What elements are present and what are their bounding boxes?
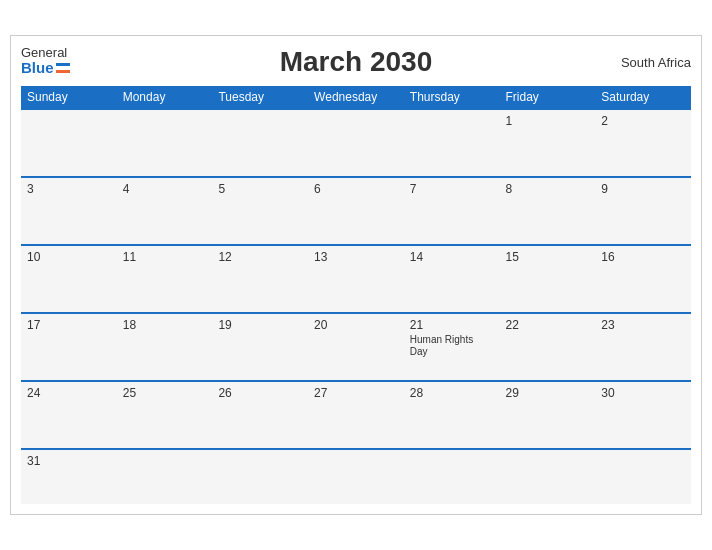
day-number: 28 [410, 386, 494, 400]
calendar-cell: 10 [21, 245, 117, 313]
day-number: 2 [601, 114, 685, 128]
day-number: 6 [314, 182, 398, 196]
calendar-cell: 3 [21, 177, 117, 245]
day-number: 17 [27, 318, 111, 332]
event-label: Human Rights Day [410, 334, 494, 358]
day-number: 13 [314, 250, 398, 264]
calendar-cell: 1 [500, 109, 596, 177]
calendar-cell: 6 [308, 177, 404, 245]
day-number: 25 [123, 386, 207, 400]
day-number: 7 [410, 182, 494, 196]
day-number: 11 [123, 250, 207, 264]
day-number: 15 [506, 250, 590, 264]
calendar-cell: 16 [595, 245, 691, 313]
day-number: 1 [506, 114, 590, 128]
day-number: 30 [601, 386, 685, 400]
calendar-cell [404, 109, 500, 177]
calendar-table: SundayMondayTuesdayWednesdayThursdayFrid… [21, 86, 691, 504]
calendar-cell [308, 449, 404, 504]
day-number: 12 [218, 250, 302, 264]
day-number: 16 [601, 250, 685, 264]
day-header-tuesday: Tuesday [212, 86, 308, 109]
calendar-cell: 4 [117, 177, 213, 245]
day-number: 27 [314, 386, 398, 400]
day-number: 4 [123, 182, 207, 196]
calendar-title: March 2030 [280, 46, 433, 78]
calendar-cell [117, 449, 213, 504]
logo-general-text: General [21, 46, 70, 60]
day-number: 3 [27, 182, 111, 196]
day-header-saturday: Saturday [595, 86, 691, 109]
calendar-week-row: 10111213141516 [21, 245, 691, 313]
calendar-cell: 19 [212, 313, 308, 381]
calendar-cell: 2 [595, 109, 691, 177]
calendar-cell: 8 [500, 177, 596, 245]
calendar-cell: 20 [308, 313, 404, 381]
calendar-cell: 14 [404, 245, 500, 313]
calendar-cell: 31 [21, 449, 117, 504]
day-number: 14 [410, 250, 494, 264]
logo-flag-icon [56, 63, 70, 73]
country-label: South Africa [621, 55, 691, 70]
day-number: 24 [27, 386, 111, 400]
calendar-cell: 11 [117, 245, 213, 313]
day-number: 21 [410, 318, 494, 332]
logo: General Blue [21, 46, 70, 77]
calendar-week-row: 1718192021Human Rights Day2223 [21, 313, 691, 381]
calendar-week-row: 12 [21, 109, 691, 177]
calendar-header: General Blue March 2030 South Africa [21, 46, 691, 78]
calendar-cell: 18 [117, 313, 213, 381]
day-number: 31 [27, 454, 111, 468]
calendar-cell [404, 449, 500, 504]
calendar-cell: 7 [404, 177, 500, 245]
calendar-cell [595, 449, 691, 504]
day-number: 8 [506, 182, 590, 196]
day-number: 20 [314, 318, 398, 332]
calendar-cell: 9 [595, 177, 691, 245]
calendar-cell: 30 [595, 381, 691, 449]
calendar-header-row: SundayMondayTuesdayWednesdayThursdayFrid… [21, 86, 691, 109]
calendar-container: General Blue March 2030 South Africa Sun… [10, 35, 702, 515]
day-header-sunday: Sunday [21, 86, 117, 109]
calendar-cell: 23 [595, 313, 691, 381]
calendar-cell: 26 [212, 381, 308, 449]
calendar-cell: 28 [404, 381, 500, 449]
day-number: 10 [27, 250, 111, 264]
day-number: 9 [601, 182, 685, 196]
calendar-week-row: 31 [21, 449, 691, 504]
calendar-cell: 29 [500, 381, 596, 449]
calendar-week-row: 24252627282930 [21, 381, 691, 449]
calendar-cell: 12 [212, 245, 308, 313]
calendar-cell: 21Human Rights Day [404, 313, 500, 381]
logo-blue-row: Blue [21, 60, 70, 77]
calendar-cell: 22 [500, 313, 596, 381]
day-number: 22 [506, 318, 590, 332]
calendar-cell: 13 [308, 245, 404, 313]
calendar-cell: 24 [21, 381, 117, 449]
day-number: 19 [218, 318, 302, 332]
day-header-thursday: Thursday [404, 86, 500, 109]
calendar-week-row: 3456789 [21, 177, 691, 245]
day-number: 26 [218, 386, 302, 400]
day-number: 23 [601, 318, 685, 332]
day-header-wednesday: Wednesday [308, 86, 404, 109]
calendar-cell [21, 109, 117, 177]
logo-blue-text: Blue [21, 60, 54, 77]
calendar-cell: 27 [308, 381, 404, 449]
calendar-cell: 25 [117, 381, 213, 449]
calendar-cell: 17 [21, 313, 117, 381]
calendar-cell: 15 [500, 245, 596, 313]
calendar-cell [308, 109, 404, 177]
calendar-cell [117, 109, 213, 177]
day-header-monday: Monday [117, 86, 213, 109]
day-number: 29 [506, 386, 590, 400]
day-number: 5 [218, 182, 302, 196]
calendar-cell [212, 449, 308, 504]
day-header-friday: Friday [500, 86, 596, 109]
day-number: 18 [123, 318, 207, 332]
calendar-cell [212, 109, 308, 177]
calendar-cell: 5 [212, 177, 308, 245]
calendar-cell [500, 449, 596, 504]
